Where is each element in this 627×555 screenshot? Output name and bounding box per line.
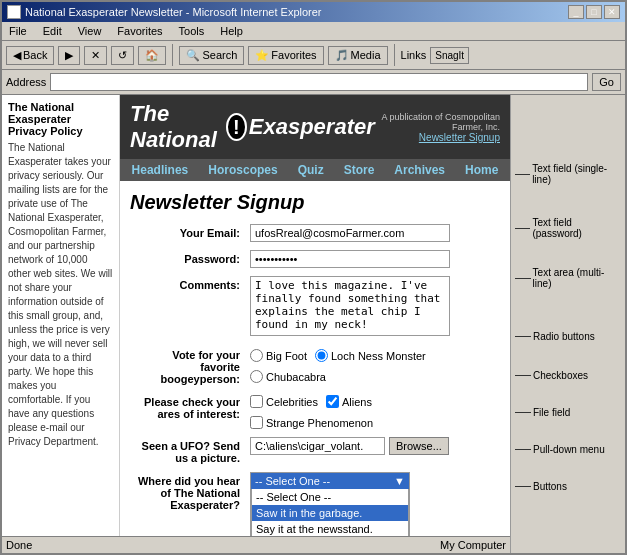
password-row: Password: — [130, 250, 490, 268]
address-label: Address — [6, 76, 46, 88]
window-title: National Exasperater Newsletter - Micros… — [25, 6, 322, 18]
address-bar: Address Go — [2, 70, 625, 95]
checkbox-strange[interactable]: Strange Phenomenon — [250, 416, 373, 429]
sidebar-text: The National Exasperater takes your priv… — [8, 141, 113, 449]
password-label: Password: — [130, 250, 250, 265]
newsletter-signup-link[interactable]: Newsletter Signup — [375, 132, 500, 143]
logo-national: The National — [130, 101, 224, 153]
vote-label: Vote for your favorite boogeyperson: — [130, 347, 250, 385]
nav-home[interactable]: Home — [465, 163, 498, 177]
nav-store[interactable]: Store — [344, 163, 375, 177]
menu-favorites[interactable]: Favorites — [114, 24, 165, 38]
annotation-text-single-label: Text field (single-line) — [532, 163, 621, 185]
annotation-pulldown-label: Pull-down menu — [533, 444, 605, 455]
status-bar: Done My Computer — [2, 536, 510, 553]
dropdown-option-2[interactable]: Saw it in the garbage. — [252, 505, 408, 521]
radio-group: Big Foot Loch Ness Monster Chubacabra — [250, 347, 490, 383]
logo-exclamation: ! — [226, 113, 247, 141]
status-text: Done — [6, 539, 32, 551]
toolbar-separator — [172, 44, 173, 66]
nav-archives[interactable]: Archives — [394, 163, 445, 177]
search-button[interactable]: 🔍 Search — [179, 46, 244, 65]
menu-bar: File Edit View Favorites Tools Help — [2, 22, 625, 41]
browse-button[interactable]: Browse... — [389, 437, 449, 455]
radio-lochness[interactable]: Loch Ness Monster — [315, 349, 426, 362]
where-label: Where did you hear of The National Exasp… — [130, 472, 250, 511]
form-title: Newsletter Signup — [130, 191, 490, 214]
radio-chubacabra-input[interactable] — [250, 370, 263, 383]
radio-lochness-input[interactable] — [315, 349, 328, 362]
refresh-button[interactable]: ↺ — [111, 46, 134, 65]
checkbox-aliens-label: Aliens — [342, 396, 372, 408]
logo-exasperater: Exasperater — [249, 114, 375, 140]
radio-bigfoot-input[interactable] — [250, 349, 263, 362]
header-right: A publication of Cosmopolitan Farmer, In… — [375, 112, 500, 143]
comments-textarea[interactable]: I love this magazine. I've finally found… — [250, 276, 450, 336]
menu-help[interactable]: Help — [217, 24, 246, 38]
back-button[interactable]: ◀ Back — [6, 46, 54, 65]
toolbar: ◀ Back ▶ ✕ ↺ 🏠 🔍 Search ⭐ Favorites 🎵 Me… — [2, 41, 625, 70]
menu-tools[interactable]: Tools — [176, 24, 208, 38]
title-bar: e National Exasperater Newsletter - Micr… — [2, 2, 625, 22]
checkbox-strange-label: Strange Phenomenon — [266, 417, 373, 429]
computer-status: My Computer — [440, 539, 506, 551]
dropdown-selected[interactable]: -- Select One -- ▼ — [251, 473, 409, 489]
password-input[interactable] — [250, 250, 450, 268]
media-button[interactable]: 🎵 Media — [328, 46, 388, 65]
checkbox-group: Celebrities Aliens Strange Phenomenon — [250, 393, 490, 429]
go-button[interactable]: Go — [592, 73, 621, 91]
file-path-input[interactable] — [250, 437, 385, 455]
favorites-button[interactable]: ⭐ Favorites — [248, 46, 323, 65]
annotation-buttons: Buttons — [515, 481, 621, 492]
annotation-text-area-label: Text area (multi-line) — [533, 267, 621, 289]
checkbox-aliens[interactable]: Aliens — [326, 395, 372, 408]
dropdown-container[interactable]: -- Select One -- ▼ -- Select One -- Saw … — [250, 472, 410, 536]
nav-bar: Headlines Horoscopes Quiz Store Archives… — [120, 159, 510, 181]
forward-button[interactable]: ▶ — [58, 46, 80, 65]
browser-window: e National Exasperater Newsletter - Micr… — [0, 0, 627, 555]
nav-horoscopes[interactable]: Horoscopes — [208, 163, 277, 177]
annotation-text-single: Text field (single-line) — [515, 101, 621, 185]
file-row: Seen a UFO? Send us a picture. Browse... — [130, 437, 490, 464]
dropdown-option-3[interactable]: Say it at the newsstand. — [252, 521, 408, 536]
checkbox-celebrities-input[interactable] — [250, 395, 263, 408]
annotation-text-password: Text field (password) — [515, 217, 621, 239]
sidebar: The National Exasperater Privacy Policy … — [2, 95, 120, 536]
sidebar-title: The National Exasperater Privacy Policy — [8, 101, 113, 137]
menu-file[interactable]: File — [6, 24, 30, 38]
home-button[interactable]: 🏠 — [138, 46, 166, 65]
annotation-radio-label: Radio buttons — [533, 331, 595, 342]
ufo-label: Seen a UFO? Send us a picture. — [130, 437, 250, 464]
radio-chubacabra[interactable]: Chubacabra — [250, 370, 326, 383]
checkbox-aliens-input[interactable] — [326, 395, 339, 408]
menu-view[interactable]: View — [75, 24, 105, 38]
snagit-button[interactable]: SnagIt — [430, 47, 469, 64]
minimize-button[interactable]: _ — [568, 5, 584, 19]
file-input-area: Browse... — [250, 437, 490, 455]
close-button[interactable]: ✕ — [604, 5, 620, 19]
email-input[interactable] — [250, 224, 450, 242]
dropdown-option-1[interactable]: -- Select One -- — [252, 489, 408, 505]
dropdown-row: Where did you hear of The National Exasp… — [130, 472, 490, 536]
radio-bigfoot[interactable]: Big Foot — [250, 349, 307, 362]
menu-edit[interactable]: Edit — [40, 24, 65, 38]
annotation-panel: Text field (single-line) Text field (pas… — [510, 95, 625, 553]
annotation-file-field: File field — [515, 407, 621, 418]
nav-headlines[interactable]: Headlines — [132, 163, 189, 177]
dropdown-arrow-icon: ▼ — [394, 475, 405, 487]
address-input[interactable] — [50, 73, 588, 91]
annotation-text-password-label: Text field (password) — [532, 217, 621, 239]
annotation-checkboxes-label: Checkboxes — [533, 370, 588, 381]
browser-icon: e — [7, 5, 21, 19]
radio-lochness-label: Loch Ness Monster — [331, 350, 426, 362]
checkbox-celebrities[interactable]: Celebrities — [250, 395, 318, 408]
stop-button[interactable]: ✕ — [84, 46, 107, 65]
checkbox-strange-input[interactable] — [250, 416, 263, 429]
annotation-text-area: Text area (multi-line) — [515, 267, 621, 289]
annotation-buttons-label: Buttons — [533, 481, 567, 492]
dropdown-options-list: -- Select One -- Saw it in the garbage. … — [251, 489, 409, 536]
dropdown-area: -- Select One -- ▼ -- Select One -- Saw … — [250, 472, 490, 536]
nav-quiz[interactable]: Quiz — [298, 163, 324, 177]
publication-text: A publication of Cosmopolitan Farmer, In… — [375, 112, 500, 132]
maximize-button[interactable]: □ — [586, 5, 602, 19]
